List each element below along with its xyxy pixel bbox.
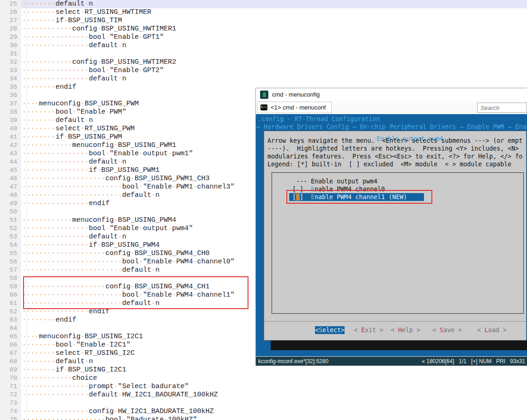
line-number: 56 xyxy=(0,258,21,266)
code-line[interactable]: 34················default·n xyxy=(0,75,527,83)
code-line[interactable]: 73 xyxy=(0,399,527,408)
code-line[interactable]: 70············choice xyxy=(0,374,527,383)
code-line[interactable]: 75····················bool·"Badurate·100… xyxy=(0,416,527,420)
code-text: ········bool·"Enable·PWM" xyxy=(21,108,126,116)
code-text: ························default·n xyxy=(21,266,160,274)
line-number: 35 xyxy=(0,83,21,91)
line-number: 26 xyxy=(0,8,21,17)
terminal-window: ≣ cmd - menuconfig C:\<1> cmd - menuconf… xyxy=(255,88,527,366)
code-line[interactable]: 74················config·HW_I2C1_BADURAT… xyxy=(0,408,527,416)
line-number: 55 xyxy=(0,250,21,258)
terminal-screen[interactable]: .config - RT-Thread Configuration → Hard… xyxy=(256,114,527,356)
code-line[interactable]: 71················prompt·"Select·badurat… xyxy=(0,383,527,391)
line-number: 59 xyxy=(0,283,21,291)
code-text: ········select·RT_USING_HWTIMER xyxy=(21,8,151,17)
code-text: ························bool·"Enable·PWM… xyxy=(21,258,235,266)
code-text xyxy=(21,91,22,100)
tab-cmd-menuconfig[interactable]: C:\<1> cmd - menuconf xyxy=(257,102,332,113)
code-line[interactable]: 33················bool·"Enable·GPT2" xyxy=(0,67,527,75)
code-line[interactable]: 30················default·n xyxy=(0,42,527,50)
menuconfig-header: .config - RT-Thread Configuration xyxy=(258,115,380,123)
code-line[interactable]: 72················default·HW_I2C1_BADURA… xyxy=(0,391,527,399)
line-number: 61 xyxy=(0,299,21,308)
code-text: ················prompt·"Select·badurate" xyxy=(21,383,189,391)
line-number: 49 xyxy=(0,200,21,208)
instruction-line: modularizes features. Press <Esc><Esc> t… xyxy=(267,152,522,160)
code-line[interactable]: 28············config·BSP_USING_HWTIMER1 xyxy=(0,25,527,33)
code-text: ············config·BSP_USING_HWTIMER1 xyxy=(21,25,176,33)
code-text: ················default·n xyxy=(21,233,126,241)
dialog-shadow xyxy=(271,341,527,350)
code-line[interactable]: 29················bool·"Enable·GPT1" xyxy=(0,33,527,42)
line-number: 48 xyxy=(0,191,21,200)
code-text xyxy=(21,274,22,283)
status-process: kconfig-mconf.exe*[32]:5280 xyxy=(258,358,328,365)
line-number: 34 xyxy=(0,75,21,83)
line-number: 58 xyxy=(0,274,21,283)
search-input[interactable] xyxy=(477,103,527,113)
line-number: 37 xyxy=(0,100,21,108)
code-text: ····················bool·"Badurate·100kH… xyxy=(21,416,197,420)
line-number: 72 xyxy=(0,391,21,399)
line-number: 53 xyxy=(0,233,21,241)
conemu-app-icon[interactable]: ≣ xyxy=(260,91,268,99)
annotation-box-editor-pwm4-ch1 xyxy=(23,276,248,309)
code-text: ························bool·"Enable·PWM… xyxy=(21,183,235,191)
code-text xyxy=(21,208,22,216)
button-hotkey-letter: S xyxy=(440,327,443,334)
code-text: ········if·BSP_USING_I2C1 xyxy=(21,366,126,374)
window-titlebar[interactable]: ≣ cmd - menuconfig xyxy=(256,88,527,101)
line-number: 27 xyxy=(0,17,21,25)
code-text: ········if·BSP_USING_PWM xyxy=(21,133,122,141)
instruction-line: Arrow keys navigate the menu. <Enter> se… xyxy=(267,137,522,145)
dialog-button-load[interactable]: < Load > xyxy=(477,326,507,334)
code-line[interactable]: 25········default·n xyxy=(0,0,527,8)
button-hotkey-letter: L xyxy=(485,327,488,334)
line-number: 33 xyxy=(0,67,21,75)
code-text: ················default·HW_I2C1_BADURATE… xyxy=(21,391,218,399)
line-number: 41 xyxy=(0,133,21,141)
code-text xyxy=(21,50,22,58)
code-text: ················bool·"Enable·GPT1" xyxy=(21,33,164,42)
line-number: 29 xyxy=(0,33,21,42)
code-text: ········select·RT_USING_I2C xyxy=(21,349,134,358)
line-number: 67 xyxy=(0,349,21,358)
code-text: ················bool·"Enable·output·pwm4… xyxy=(21,225,193,233)
dialog-button-help[interactable]: < Help > xyxy=(391,326,420,334)
code-line[interactable]: 27········if·BSP_USING_TIM xyxy=(0,17,527,25)
code-text: ········default·n xyxy=(21,0,93,8)
code-text: ················bool·"Enable·GPT2" xyxy=(21,67,164,75)
line-number: 70 xyxy=(0,374,21,383)
code-text: ················endif xyxy=(21,200,109,208)
code-text xyxy=(21,324,22,333)
code-line[interactable]: 32············config·BSP_USING_HWTIMER2 xyxy=(0,58,527,67)
code-line[interactable]: 69········if·BSP_USING_I2C1 xyxy=(0,366,527,374)
window-title: cmd - menuconfig xyxy=(272,91,320,98)
code-line[interactable]: 31 xyxy=(0,50,527,58)
line-number: 36 xyxy=(0,91,21,100)
code-text: ····menuconfig·BSP_USING_PWM xyxy=(21,100,139,108)
line-number: 47 xyxy=(0,183,21,191)
instruction-line: Legend: [*] built-in [ ] excluded <M> mo… xyxy=(267,160,522,168)
code-text: ········bool·"Enable·I2C1" xyxy=(21,341,130,349)
line-number: 57 xyxy=(0,266,21,274)
line-number: 28 xyxy=(0,25,21,33)
code-text: ············menuconfig·BSP_USING_PWM1 xyxy=(21,141,176,150)
code-text: ············choice xyxy=(21,374,97,383)
line-number: 38 xyxy=(0,108,21,116)
code-text: ········select·RT_USING_PWM xyxy=(21,125,134,133)
code-text: ········endif xyxy=(21,316,76,324)
code-text: ········endif xyxy=(21,83,76,91)
line-number: 40 xyxy=(0,125,21,133)
dialog-button-select[interactable]: <Select> xyxy=(315,326,345,334)
line-number: 64 xyxy=(0,324,21,333)
dialog-button-exit[interactable]: < Exit > xyxy=(354,326,383,334)
annotation-box-menu-pwm4-channel1 xyxy=(286,190,432,204)
code-text: ········default·n xyxy=(21,116,93,125)
tab-label: <1> cmd - menuconf xyxy=(271,104,326,111)
dialog-button-save[interactable]: < Save > xyxy=(432,326,462,334)
line-number: 42 xyxy=(0,141,21,150)
line-number: 44 xyxy=(0,158,21,166)
code-line[interactable]: 26········select·RT_USING_HWTIMER xyxy=(0,8,527,17)
line-number: 43 xyxy=(0,150,21,158)
